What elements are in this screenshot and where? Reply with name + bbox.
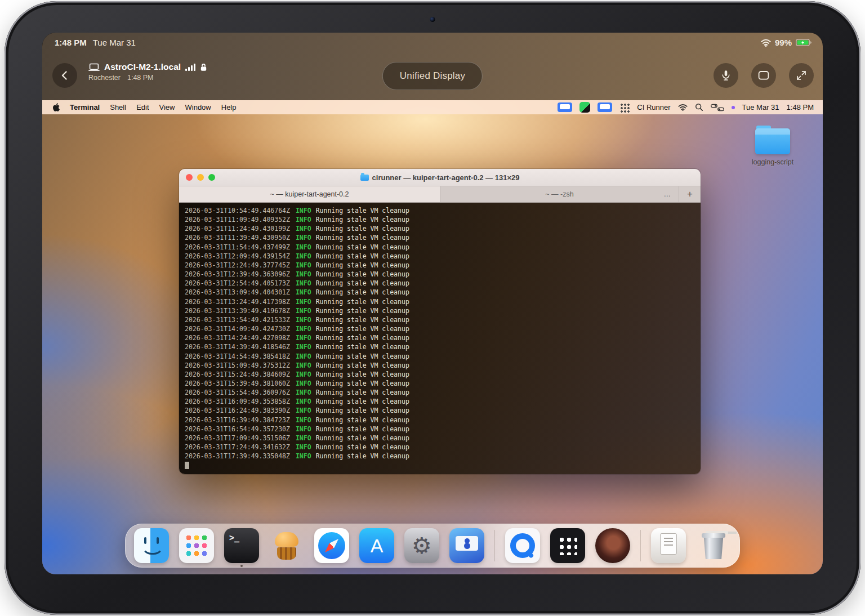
control-center-icon[interactable] — [711, 104, 724, 111]
log-line: 2026-03-31T12:09:49.439154ZINFORunning s… — [185, 252, 695, 261]
zoom-window-button[interactable] — [208, 174, 215, 181]
expand-icon — [795, 69, 808, 82]
log-message: Running stale VM cleanup — [316, 361, 409, 369]
log-level: INFO — [296, 234, 311, 242]
spotlight-search-icon[interactable] — [695, 103, 703, 111]
menu-item-edit[interactable]: Edit — [131, 103, 154, 111]
log-message: Running stale VM cleanup — [316, 225, 409, 233]
log-line: 2026-03-31T15:39:49.381060ZINFORunning s… — [185, 379, 695, 388]
tab-label: ~ — kuiper-tart-agent-0.2 — [270, 190, 349, 198]
log-message: Running stale VM cleanup — [316, 407, 409, 414]
log-level: INFO — [296, 225, 311, 233]
fullscreen-button[interactable] — [789, 63, 814, 88]
log-level: INFO — [296, 288, 311, 296]
grid-status-icon[interactable] — [619, 102, 630, 113]
dock-launchpad[interactable] — [179, 528, 214, 563]
display-status-icon[interactable] — [558, 102, 572, 112]
app-store-icon — [359, 528, 394, 563]
log-timestamp: 2026-03-31T13:54:49.421533Z — [185, 316, 290, 324]
terminal-cursor — [185, 462, 189, 469]
log-line: 2026-03-31T10:54:49.446764ZINFORunning s… — [185, 206, 695, 215]
menu-item-help[interactable]: Help — [216, 103, 242, 111]
log-line: 2026-03-31T12:54:49.405173ZINFORunning s… — [185, 279, 695, 288]
log-line: 2026-03-31T16:09:49.353858ZINFORunning s… — [185, 397, 695, 406]
log-level: INFO — [296, 371, 311, 378]
trash-icon — [696, 528, 731, 563]
tab-kuiper-tart-agent[interactable]: ~ — kuiper-tart-agent-0.2 — [179, 186, 440, 202]
log-line: 2026-03-31T16:54:49.357230ZINFORunning s… — [185, 425, 695, 434]
log-level: INFO — [296, 452, 311, 460]
log-level: INFO — [296, 216, 311, 224]
log-timestamp: 2026-03-31T14:09:49.424730Z — [185, 325, 290, 333]
screen-frame-icon — [757, 69, 770, 82]
tab-zsh[interactable]: ~ — -zsh … — [440, 186, 679, 202]
log-message: Running stale VM cleanup — [316, 425, 409, 433]
mac-menu-date[interactable]: Tue Mar 31 — [742, 103, 779, 111]
dock-file-archive[interactable] — [651, 528, 686, 563]
screen-frame-button[interactable] — [751, 63, 776, 88]
dock-app-store[interactable] — [359, 528, 394, 563]
tab-label: ~ — -zsh — [545, 190, 573, 198]
log-level: INFO — [296, 361, 311, 369]
dock-system-settings[interactable] — [404, 528, 439, 563]
terminal-title-bar[interactable]: cirunner — kuiper-tart-agent-0.2 — 131×2… — [179, 169, 701, 186]
log-message: Running stale VM cleanup — [316, 261, 409, 269]
dock-wolf-app[interactable] — [595, 528, 630, 563]
dock-tart[interactable] — [269, 528, 304, 563]
tab-overflow-button[interactable]: … — [664, 186, 671, 202]
proxy-folder-icon — [360, 175, 369, 181]
log-level: INFO — [296, 270, 311, 278]
microphone-button[interactable] — [714, 63, 738, 88]
file-archive-icon — [651, 528, 686, 563]
green-app-status-icon[interactable] — [579, 102, 590, 113]
desktop-folder-logging-script[interactable]: logging-script — [739, 128, 806, 166]
connection-info[interactable]: AstroCI-M2-1.local Rochester 1:48 PM — [88, 62, 207, 82]
window-title: cirunner — kuiper-tart-agent-0.2 — 131×2… — [372, 173, 520, 182]
ci-runner-status[interactable]: CI Runner — [637, 103, 670, 111]
battery-percent: 99% — [775, 38, 792, 47]
log-message: Running stale VM cleanup — [316, 288, 409, 296]
screen-sharing-status-icon[interactable] — [598, 102, 612, 112]
log-timestamp: 2026-03-31T12:09:49.439154Z — [185, 252, 290, 260]
log-level: INFO — [296, 407, 311, 414]
log-timestamp: 2026-03-31T12:39:49.363096Z — [185, 270, 290, 278]
log-timestamp: 2026-03-31T14:24:49.427098Z — [185, 334, 290, 342]
log-timestamp: 2026-03-31T11:39:49.430950Z — [185, 234, 290, 242]
menu-item-view[interactable]: View — [154, 103, 180, 111]
dock-keypad[interactable] — [550, 528, 585, 563]
log-level: INFO — [296, 425, 311, 433]
log-message: Running stale VM cleanup — [316, 270, 409, 278]
dock-terminal[interactable] — [224, 528, 259, 563]
back-button[interactable] — [52, 63, 77, 88]
log-timestamp: 2026-03-31T12:24:49.377745Z — [185, 261, 290, 269]
log-line: 2026-03-31T13:54:49.421533ZINFORunning s… — [185, 315, 695, 324]
minimize-window-button[interactable] — [197, 174, 204, 181]
wolf-app-icon — [595, 528, 630, 563]
terminal-window[interactable]: cirunner — kuiper-tart-agent-0.2 — 131×2… — [179, 169, 701, 474]
close-window-button[interactable] — [186, 174, 193, 181]
menu-item-shell[interactable]: Shell — [105, 103, 131, 111]
dock-separator — [640, 530, 641, 561]
mac-menu-time[interactable]: 1:48 PM — [787, 103, 814, 111]
log-message: Running stale VM cleanup — [316, 452, 409, 460]
dock-quicktime[interactable] — [505, 528, 540, 563]
new-tab-button[interactable]: + — [679, 186, 701, 202]
log-timestamp: 2026-03-31T16:24:49.383390Z — [185, 407, 290, 414]
unified-display-button[interactable]: Unified Display — [382, 62, 483, 90]
terminal-content[interactable]: 2026-03-31T10:54:49.446764ZINFORunning s… — [179, 203, 701, 474]
dock-trash[interactable] — [696, 528, 731, 563]
status-date: Tue Mar 31 — [93, 38, 136, 47]
apple-menu-icon[interactable] — [53, 103, 60, 111]
log-level: INFO — [296, 207, 311, 215]
dock-safari[interactable] — [314, 528, 349, 563]
menu-item-terminal[interactable]: Terminal — [65, 103, 105, 111]
mac-wifi-icon[interactable] — [678, 104, 688, 111]
dock-screen-sharing[interactable] — [449, 528, 484, 563]
status-bar: 1:48 PM Tue Mar 31 99% — [55, 38, 812, 47]
log-line: 2026-03-31T15:54:49.360976ZINFORunning s… — [185, 388, 695, 397]
dock-finder[interactable] — [134, 528, 169, 563]
menu-item-window[interactable]: Window — [180, 103, 216, 111]
log-line: 2026-03-31T17:39:49.335048ZINFORunning s… — [185, 452, 695, 461]
gear-icon — [404, 528, 439, 563]
log-timestamp: 2026-03-31T16:54:49.357230Z — [185, 425, 290, 433]
